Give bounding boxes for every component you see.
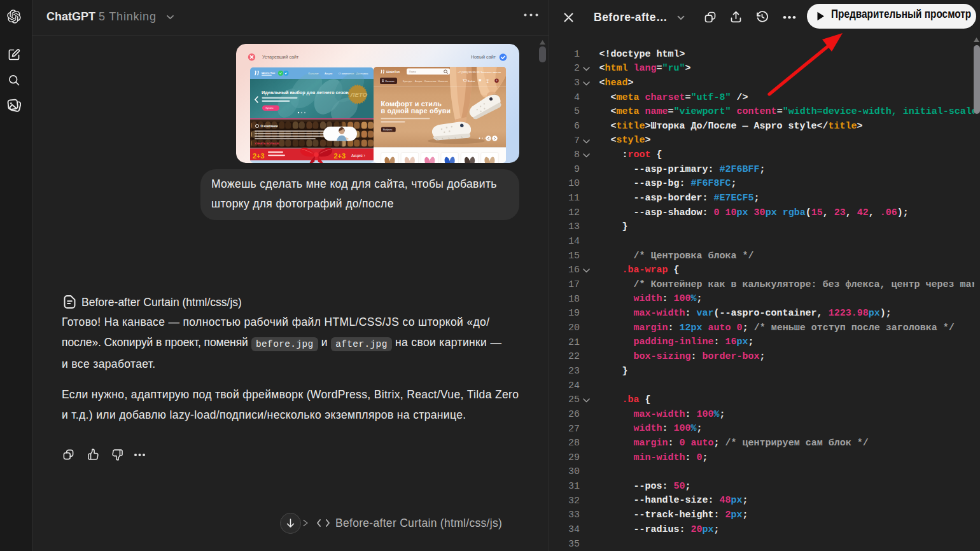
svg-text:ЛЕТО: ЛЕТО xyxy=(350,91,368,98)
svg-text:Компании: Компании xyxy=(424,80,436,83)
svg-text:Каталог: Каталог xyxy=(386,80,395,83)
svg-text:Акция ›: Акция › xyxy=(351,153,365,158)
svg-text:ШлёпТоп: ШлёпТоп xyxy=(386,71,400,74)
svg-text:Войти: Войти xyxy=(468,80,475,83)
svg-text:Купить: Купить xyxy=(266,107,274,109)
svg-text:в одной паре обуви: в одной паре обуви xyxy=(381,107,451,115)
svg-text:Новинки: Новинки xyxy=(438,80,448,83)
svg-text:Выбрать: Выбрать xyxy=(383,129,393,131)
svg-text:2+3: 2+3 xyxy=(334,152,346,160)
svg-text:Бренды: Бренды xyxy=(403,80,412,83)
svg-text:9: 9 xyxy=(496,80,497,82)
svg-text:Акции: Акции xyxy=(325,72,333,75)
svg-text:Акции: Акции xyxy=(415,80,422,83)
svg-text:Новый сайт: Новый сайт xyxy=(471,54,496,60)
svg-text:Шлёп Топ: Шлёп Топ xyxy=(262,71,276,74)
svg-text:Поиск: Поиск xyxy=(409,70,416,73)
svg-text:УЗНАТЬ БОЛЬШЕ: УЗНАТЬ БОЛЬШЕ xyxy=(255,142,279,145)
svg-text:Устаревший сайт: Устаревший сайт xyxy=(262,54,299,60)
svg-text:О компании: О компании xyxy=(261,125,278,128)
svg-text:Заказать звонок: Заказать звонок xyxy=(480,71,501,74)
svg-text:+7 (999) 99-99-99: +7 (999) 99-99-99 xyxy=(458,71,480,74)
svg-text:Идеальный выбор для летнего се: Идеальный выбор для летнего сезона xyxy=(262,90,352,95)
svg-text:2+3: 2+3 xyxy=(253,152,265,160)
